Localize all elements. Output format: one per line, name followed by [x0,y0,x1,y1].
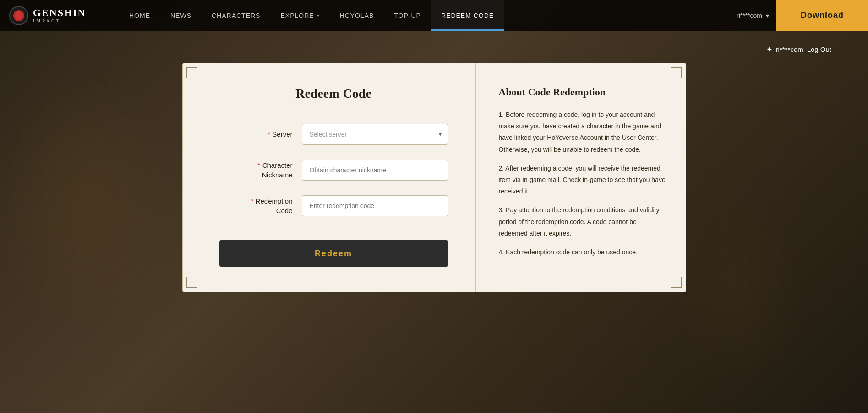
corner-decoration-br [671,277,682,288]
redemption-label-group: * RedemptionCode [219,196,293,215]
logo-icon [9,6,28,25]
server-label-group: * Server [219,129,293,139]
server-select[interactable]: Select server America Europe Asia SAR [302,124,448,145]
required-indicator: * [257,161,260,171]
server-label: Server [272,129,292,139]
download-button[interactable]: Download [776,0,868,31]
right-panel-content: 1. Before redeeming a code, log in to yo… [499,109,667,258]
required-indicator: * [268,130,270,139]
redemption-row: * RedemptionCode [219,195,448,216]
nav-redeem-code[interactable]: REDEEM CODE [431,0,504,31]
left-panel: Redeem Code * Server Select server Ameri… [183,63,476,292]
content-area: Redeem Code * Server Select server Ameri… [0,54,868,292]
character-label-group: * CharacterNickname [219,160,293,180]
right-panel-title: About Code Redemption [499,86,667,98]
logged-in-user: ri****com [776,45,803,53]
panel-title: Redeem Code [219,86,448,101]
required-indicator: * [251,197,253,206]
redemption-code-input[interactable] [302,195,448,216]
logo-main: Genshin [33,8,86,18]
nav-home[interactable]: HOME [119,0,160,31]
logo-text: Genshin Impact [33,8,86,23]
nav-explore[interactable]: EXPLORE ▾ [270,0,329,31]
server-select-wrapper: Select server America Europe Asia SAR ▾ [302,124,448,145]
navbar: Genshin Impact HOME NEWS CHARACTERS EXPL… [0,0,868,31]
redeem-button[interactable]: Redeem [219,240,448,267]
logout-link[interactable]: Log Out [807,45,831,53]
instruction-1: 1. Before redeeming a code, log in to yo… [499,109,667,155]
nav-right: ri****com ▾ Download [729,0,868,31]
character-label: CharacterNickname [262,160,293,180]
hero-bar: ✦ ri****com Log Out [0,31,868,54]
redeem-card: Redeem Code * Server Select server Ameri… [182,63,686,292]
star-icon: ✦ [766,45,772,54]
nav-links: HOME NEWS CHARACTERS EXPLORE ▾ HoYoLAB T… [119,0,729,31]
logo-area: Genshin Impact [0,0,119,31]
redemption-label: RedemptionCode [256,196,293,215]
user-label: ri****com [737,12,762,19]
chevron-down-icon: ▾ [317,13,320,18]
nav-characters[interactable]: CHARACTERS [202,0,270,31]
nav-topup[interactable]: TOP-UP [384,0,431,31]
server-row: * Server Select server America Europe As… [219,124,448,145]
nav-news[interactable]: NEWS [160,0,202,31]
instruction-2: 2. After redeeming a code, you will rece… [499,163,667,198]
corner-decoration-tl [186,67,197,78]
logo-sub: Impact [33,19,86,23]
character-nickname-input[interactable] [302,160,448,181]
character-row: * CharacterNickname [219,160,448,181]
nav-hoyolab[interactable]: HoYoLAB [330,0,384,31]
corner-decoration-tr [671,67,682,78]
logout-bar: ✦ ri****com Log Out [766,45,831,54]
chevron-down-icon: ▾ [766,12,769,19]
corner-decoration-bl [186,277,197,288]
instruction-4: 4. Each redemption code can only be used… [499,247,667,258]
instruction-3: 3. Pay attention to the redemption condi… [499,204,667,239]
user-area[interactable]: ri****com ▾ [729,12,776,19]
right-panel: About Code Redemption 1. Before redeemin… [476,63,686,292]
